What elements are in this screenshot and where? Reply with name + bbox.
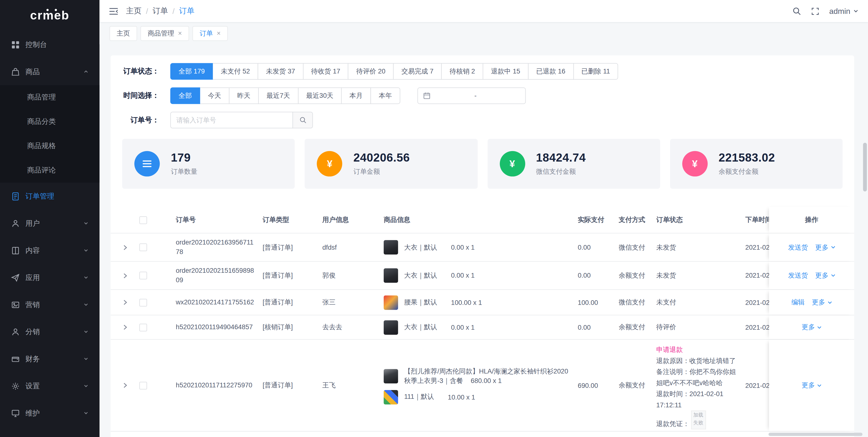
- main-area: 主页 / 订单 / 订单 admin: [99, 0, 868, 437]
- product-thumbnail: [384, 268, 398, 283]
- stat-wechat-pay-amount: ¥ 18424.74 微信支付金额: [487, 139, 660, 189]
- table-header-row: 订单号 订单类型 用户信息 商品信息 实际支付 支付方式 订单状态 下单时间 操…: [111, 207, 854, 233]
- close-icon[interactable]: ×: [217, 30, 220, 36]
- stat-order-amount: ¥ 240206.56 订单金额: [305, 139, 477, 189]
- breadcrumb-home[interactable]: 主页: [126, 6, 142, 16]
- sidebar-item-product-category[interactable]: 商品分类: [0, 110, 99, 134]
- status-filter-refunded[interactable]: 已退款 16: [528, 63, 574, 80]
- table-row: h52021020117112275970 [普通订单] 王飞 【烈儿推荐/周杰…: [111, 340, 854, 431]
- chevron-down-icon: [83, 383, 88, 388]
- col-actual-pay: 实际支付: [578, 215, 619, 225]
- expand-row-icon[interactable]: [123, 244, 127, 251]
- status-filter-refunding[interactable]: 退款中 15: [483, 63, 528, 80]
- more-button[interactable]: 更多: [802, 323, 822, 332]
- close-icon[interactable]: ×: [178, 30, 182, 36]
- refund-voucher-image[interactable]: 加载失败: [691, 410, 706, 429]
- order-no-input[interactable]: [170, 112, 293, 128]
- sidebar-item-maintenance[interactable]: 维护: [0, 400, 99, 427]
- fullscreen-icon[interactable]: [811, 7, 819, 15]
- status-filter-unpaid[interactable]: 未支付 52: [213, 63, 258, 80]
- sidebar-item-marketing[interactable]: 营销: [0, 291, 99, 318]
- user-info: 去去去: [322, 323, 384, 332]
- logo-text: crmeb: [30, 8, 69, 23]
- more-button[interactable]: 更多: [815, 242, 835, 252]
- row-checkbox[interactable]: [139, 243, 147, 251]
- order-status: 待评价: [656, 323, 745, 332]
- ship-button[interactable]: 发送货: [788, 242, 808, 252]
- vertical-scrollbar-thumb[interactable]: [863, 143, 867, 192]
- sidebar-item-order-manage[interactable]: 订单管理: [0, 182, 99, 209]
- sidebar-item-application[interactable]: 应用: [0, 264, 99, 291]
- image-icon: [11, 300, 20, 309]
- status-filter-deleted[interactable]: 已删除 11: [573, 63, 618, 80]
- sidebar-item-user[interactable]: 用户: [0, 210, 99, 237]
- sidebar-item-product[interactable]: 商品: [0, 58, 99, 85]
- order-type: [普通订单]: [262, 298, 322, 307]
- col-user-info: 用户信息: [322, 215, 384, 225]
- status-filter-group: 全部 179 未支付 52 未发货 37 待收货 17 待评价 20 交易完成 …: [170, 63, 618, 80]
- sidebar-item-product-comment[interactable]: 商品评论: [0, 158, 99, 182]
- status-filter-all[interactable]: 全部 179: [170, 63, 213, 80]
- status-filter-to-receive[interactable]: 待收货 17: [303, 63, 348, 80]
- status-filter-unshipped[interactable]: 未发货 37: [258, 63, 304, 80]
- expand-row-icon[interactable]: [123, 324, 127, 330]
- expand-row-icon[interactable]: [123, 299, 127, 305]
- sidebar-item-content[interactable]: 内容: [0, 237, 99, 264]
- sidebar-item-finance[interactable]: 财务: [0, 345, 99, 372]
- row-actions: 发送货 更多: [769, 262, 854, 290]
- time-filter-this-month[interactable]: 本月: [341, 87, 371, 104]
- more-button[interactable]: 更多: [812, 298, 832, 307]
- select-all-checkbox[interactable]: [139, 216, 147, 224]
- time-filter-last30days[interactable]: 最近30天: [298, 87, 342, 104]
- tab-home[interactable]: 主页: [110, 26, 137, 41]
- sidebar-item-console[interactable]: 控制台: [0, 31, 99, 58]
- chevron-down-icon: [853, 8, 859, 14]
- tab-product-manage[interactable]: 商品管理 ×: [141, 26, 189, 41]
- stat-balance-pay-amount: ¥ 221583.02 余额支付金额: [670, 139, 842, 189]
- sidebar-item-product-manage[interactable]: 商品管理: [0, 85, 99, 110]
- time-filter-yesterday[interactable]: 昨天: [229, 87, 259, 104]
- breadcrumb-order[interactable]: 订单: [152, 6, 168, 16]
- order-search-button[interactable]: [292, 112, 313, 128]
- tab-order[interactable]: 订单 ×: [192, 26, 228, 41]
- filter-row-time: 时间选择： 全部 今天 昨天 最近7天 最近30天 本月 本年 -: [111, 87, 854, 104]
- horizontal-scrollbar-thumb[interactable]: [769, 433, 863, 436]
- more-button[interactable]: 更多: [802, 381, 822, 390]
- row-checkbox[interactable]: [139, 323, 147, 331]
- ship-button[interactable]: 发送货: [788, 271, 808, 280]
- status-filter-completed[interactable]: 交易完成 7: [393, 63, 442, 80]
- search-icon[interactable]: [792, 6, 801, 15]
- stat-order-count: 179 订单数量: [122, 139, 295, 189]
- col-order-type: 订单类型: [262, 215, 322, 225]
- sidebar-item-settings[interactable]: 设置: [0, 372, 99, 399]
- row-checkbox[interactable]: [139, 381, 147, 389]
- expand-row-icon[interactable]: [123, 382, 127, 388]
- search-icon: [299, 116, 307, 124]
- more-button[interactable]: 更多: [815, 271, 835, 280]
- orderno-label: 订单号：: [111, 115, 159, 125]
- user-menu[interactable]: admin: [829, 6, 859, 15]
- order-no: order2021020216395671178: [159, 238, 262, 257]
- time-filter-this-year[interactable]: 本年: [371, 87, 400, 104]
- time-filter-today[interactable]: 今天: [199, 87, 229, 104]
- status-filter-to-verify[interactable]: 待核销 2: [441, 63, 483, 80]
- chevron-down-icon: [83, 221, 88, 226]
- dashboard-icon: [11, 40, 20, 49]
- time-filter-last7days[interactable]: 最近7天: [258, 87, 298, 104]
- wallet-icon: [11, 354, 20, 363]
- date-range-picker[interactable]: -: [417, 87, 526, 104]
- filter-row-orderno: 订单号：: [111, 112, 854, 128]
- table-row: h52021020119490464857 [核销订单] 去去去 大衣｜默认 0…: [111, 315, 854, 340]
- time-filter-all[interactable]: 全部: [170, 87, 200, 104]
- edit-button[interactable]: 编辑: [792, 298, 805, 307]
- sidebar-item-product-spec[interactable]: 商品规格: [0, 134, 99, 158]
- time-filter-group: 全部 今天 昨天 最近7天 最近30天 本月 本年: [170, 87, 400, 104]
- status-filter-to-review[interactable]: 待评价 20: [348, 63, 394, 80]
- row-checkbox[interactable]: [139, 271, 147, 279]
- row-checkbox[interactable]: [139, 298, 147, 306]
- sidebar-item-distribution[interactable]: 分销: [0, 318, 99, 345]
- expand-row-icon[interactable]: [123, 272, 127, 279]
- collapse-menu-icon[interactable]: [109, 7, 118, 15]
- chevron-down-icon: [827, 301, 832, 304]
- product-info: 大衣｜默认 0.00 x 1: [384, 320, 571, 334]
